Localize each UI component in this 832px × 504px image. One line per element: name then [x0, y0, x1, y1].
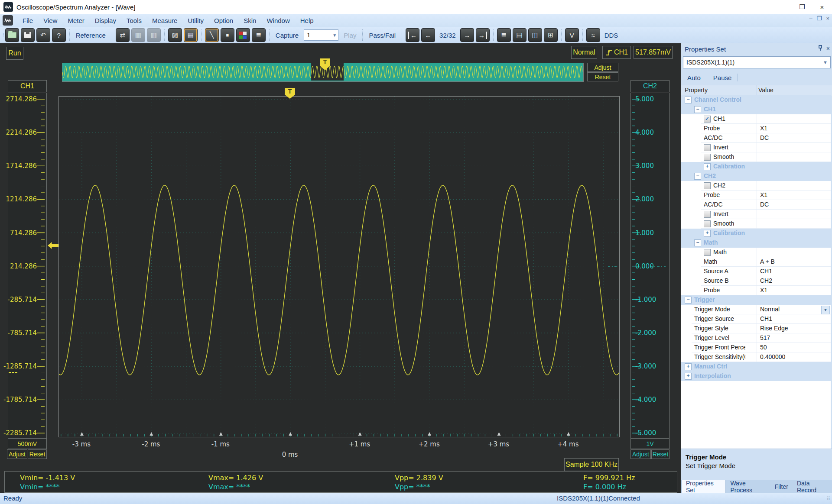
- property-row-math[interactable]: −Math: [681, 238, 831, 248]
- menu-help[interactable]: Help: [295, 15, 319, 26]
- property-row-ch2[interactable]: −CH2: [681, 171, 831, 181]
- property-row-ch1[interactable]: ✓CH1: [681, 114, 831, 124]
- property-row-source-b[interactable]: Source BCH2: [681, 276, 831, 286]
- overview-adjust-button[interactable]: Adjust: [587, 63, 618, 72]
- ch1-axis[interactable]: 2714.2862214.2861714.2861214.286714.2862…: [8, 93, 47, 438]
- pause-button[interactable]: Pause: [707, 74, 738, 81]
- property-row-calibration[interactable]: +Calibration: [681, 229, 831, 238]
- layout-horizontal-button[interactable]: ▤: [513, 28, 526, 42]
- columns-edit-button[interactable]: ▥: [147, 28, 161, 42]
- checkbox-unchecked[interactable]: [704, 144, 711, 151]
- checkbox-checked[interactable]: ✓: [704, 116, 711, 123]
- grid-display-button[interactable]: ▦: [184, 28, 198, 42]
- layout-quad-button[interactable]: ⊞: [544, 28, 558, 42]
- passfail-button[interactable]: Pass/Fail: [365, 32, 399, 39]
- property-row-manual-ctrl[interactable]: +Manual Ctrl: [681, 362, 831, 372]
- menu-tools[interactable]: Tools: [121, 15, 147, 26]
- collapse-icon[interactable]: −: [694, 173, 701, 180]
- property-row-interpolation[interactable]: +Interpolation: [681, 372, 831, 381]
- property-row-math[interactable]: MathA + B: [681, 257, 831, 267]
- property-row-trigger-mode[interactable]: Trigger ModeNormal▼: [681, 305, 831, 314]
- ch2-reset-button[interactable]: Reset: [651, 449, 670, 459]
- checkbox-unchecked[interactable]: [704, 182, 711, 189]
- collapse-icon[interactable]: −: [694, 106, 701, 113]
- color-settings-button[interactable]: [236, 28, 250, 42]
- menu-file[interactable]: File: [17, 15, 38, 26]
- nav-next-button[interactable]: →: [460, 28, 474, 42]
- property-row-trigger-source[interactable]: Trigger SourceCH1: [681, 314, 831, 324]
- trigger-level-marker[interactable]: [48, 242, 58, 249]
- property-row-probe[interactable]: ProbeX1: [681, 191, 831, 200]
- menu-meter[interactable]: Meter: [62, 15, 89, 26]
- collapse-icon[interactable]: −: [685, 97, 692, 103]
- property-row-math[interactable]: Math: [681, 248, 831, 257]
- help-button[interactable]: ?: [52, 28, 66, 42]
- menu-display[interactable]: Display: [90, 15, 121, 26]
- trigger-mode-button[interactable]: Normal: [571, 46, 597, 59]
- layout-single-button[interactable]: ≣: [497, 28, 511, 42]
- property-row-probe[interactable]: ProbeX1: [681, 286, 831, 295]
- property-row-trigger-front-percent-[interactable]: Trigger Front Percent(...50: [681, 343, 831, 352]
- property-row-calibration[interactable]: +Calibration: [681, 162, 831, 171]
- save-button[interactable]: [21, 28, 35, 42]
- capture-count-input[interactable]: 1 ▼: [304, 29, 338, 41]
- property-row-trigger-sensitivity-0-1-[interactable]: Trigger Sensitivity(0-1...0.400000: [681, 352, 831, 362]
- reference-button[interactable]: Reference: [72, 32, 109, 39]
- minimize-button[interactable]: –: [772, 0, 792, 14]
- property-row-smooth[interactable]: Smooth: [681, 152, 831, 162]
- layout-vertical-button[interactable]: ◫: [528, 28, 542, 42]
- run-button[interactable]: Run: [6, 47, 23, 60]
- menu-view[interactable]: View: [38, 15, 62, 26]
- dds-button[interactable]: ≈: [586, 28, 600, 42]
- collapse-icon[interactable]: −: [685, 297, 692, 304]
- mdi-close-button[interactable]: ×: [826, 15, 829, 22]
- ch1-reset-button[interactable]: Reset: [28, 449, 47, 459]
- tab-wave-process[interactable]: Wave Process: [726, 480, 770, 493]
- menu-utility[interactable]: Utility: [182, 15, 209, 26]
- open-file-button[interactable]: [5, 28, 19, 42]
- property-row-trigger[interactable]: −Trigger: [681, 295, 831, 305]
- maximize-button[interactable]: ❐: [792, 0, 812, 14]
- property-row-ac-dc[interactable]: AC/DCDC: [681, 200, 831, 210]
- auto-button[interactable]: Auto: [681, 74, 707, 81]
- trigger-source-button[interactable]: CH1: [602, 46, 631, 59]
- property-row-trigger-level[interactable]: Trigger Level517: [681, 333, 831, 343]
- checkbox-unchecked[interactable]: [704, 211, 711, 218]
- waveform-plot[interactable]: [58, 96, 620, 437]
- menu-skin[interactable]: Skin: [238, 15, 261, 26]
- report-button[interactable]: ≣: [252, 28, 266, 42]
- overview-reset-button[interactable]: Reset: [587, 72, 618, 81]
- resize-grip[interactable]: ⠿: [826, 496, 830, 502]
- panel-close-icon[interactable]: ×: [826, 45, 830, 52]
- menu-measure[interactable]: Measure: [147, 15, 182, 26]
- checkbox-unchecked[interactable]: [704, 154, 711, 161]
- undo-button[interactable]: ↶: [36, 28, 50, 42]
- tab-filter[interactable]: Filter: [770, 480, 793, 493]
- property-row-probe[interactable]: ProbeX1: [681, 124, 831, 133]
- chevron-down-icon[interactable]: ▼: [821, 306, 830, 314]
- ch2-adjust-button[interactable]: Adjust: [630, 449, 651, 459]
- pin-icon[interactable]: [818, 45, 823, 51]
- ruler-button[interactable]: ▨: [168, 28, 182, 42]
- voltage-button[interactable]: V: [565, 28, 579, 42]
- menu-window[interactable]: Window: [261, 15, 295, 26]
- menu-option[interactable]: Option: [209, 15, 238, 26]
- property-row-source-a[interactable]: Source ACH1: [681, 267, 831, 276]
- checkbox-unchecked[interactable]: [704, 220, 711, 227]
- collapse-icon[interactable]: −: [694, 239, 701, 246]
- property-row-ac-dc[interactable]: AC/DCDC: [681, 133, 831, 143]
- expand-icon[interactable]: +: [704, 163, 711, 170]
- autoset-button[interactable]: ⇄: [116, 28, 130, 42]
- expand-icon[interactable]: +: [685, 363, 692, 370]
- mdi-minimize-button[interactable]: –: [809, 15, 812, 22]
- stop-button[interactable]: ■: [221, 28, 234, 42]
- nav-first-button[interactable]: ←: [406, 28, 419, 42]
- checkbox-unchecked[interactable]: [704, 249, 711, 256]
- property-row-invert[interactable]: Invert: [681, 210, 831, 219]
- play-button[interactable]: Play: [340, 32, 360, 39]
- device-select[interactable]: ISDS205X(1.1)(1) ▼: [683, 56, 831, 68]
- property-row-invert[interactable]: Invert: [681, 143, 831, 152]
- chevron-down-icon[interactable]: ▼: [332, 33, 337, 38]
- expand-icon[interactable]: +: [704, 230, 711, 237]
- tab-properties-set[interactable]: Properties Set: [681, 480, 726, 493]
